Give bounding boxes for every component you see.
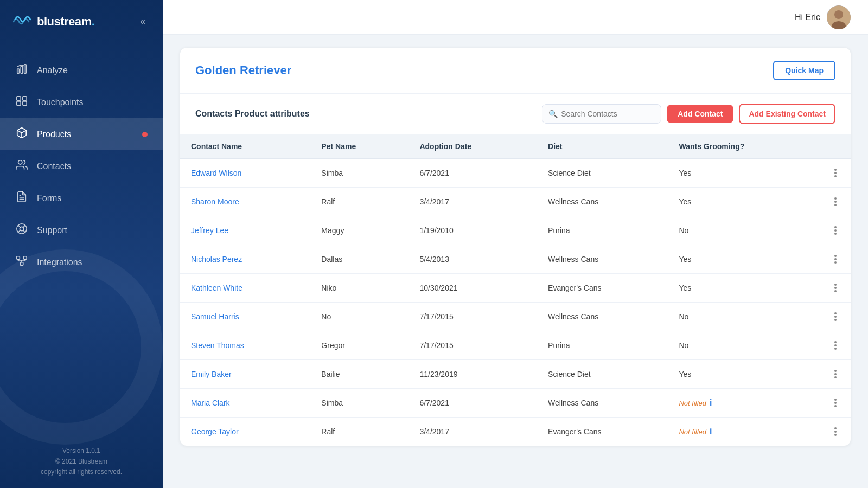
copyright-text2: copyright all rights reserved. [13, 467, 150, 477]
more-menu-button[interactable] [831, 340, 840, 351]
actions-cell [820, 159, 851, 188]
sidebar-item-label-analyze: Analyze [37, 66, 68, 75]
table-row: Emily BakerBailie11/23/2019Science DietY… [180, 360, 851, 389]
contact-name-link[interactable]: Nicholas Perez [191, 255, 242, 264]
sidebar-item-label-support: Support [37, 226, 67, 235]
grooming-cell: Yes [668, 245, 820, 274]
adoption-date-cell: 3/4/2017 [409, 188, 537, 216]
not-filled-label: Not filled [679, 428, 706, 436]
col-diet: Diet [537, 134, 668, 159]
table-row: Edward WilsonSimba6/7/2021Science DietYe… [180, 159, 851, 188]
pet-name-cell: Bailie [310, 360, 409, 389]
add-existing-contact-button[interactable]: Add Existing Contact [739, 104, 835, 124]
pet-name-cell: Ralf [310, 188, 409, 216]
diet-cell: Evanger's Cans [537, 274, 668, 303]
actions-cell [820, 331, 851, 360]
col-contact-name: Contact Name [180, 134, 310, 159]
user-info: Hi Eric [795, 5, 851, 29]
logo-icon [13, 12, 33, 31]
actions-cell [820, 389, 851, 418]
adoption-date-cell: 1/19/2010 [409, 216, 537, 245]
actions-cell [820, 274, 851, 303]
col-actions [820, 134, 851, 159]
actions-cell [820, 188, 851, 216]
contact-name-link[interactable]: Sharon Moore [191, 197, 239, 206]
table-row: George TaylorRalf3/4/2017Evanger's CansN… [180, 418, 851, 446]
table-body: Edward WilsonSimba6/7/2021Science DietYe… [180, 159, 851, 446]
svg-rect-3 [17, 97, 21, 100]
touchpoints-icon [15, 95, 28, 110]
contact-name-link[interactable]: Emily Baker [191, 370, 232, 378]
sidebar-item-forms[interactable]: Forms [0, 182, 163, 214]
add-contact-button[interactable]: Add Contact [667, 105, 733, 123]
more-menu-button[interactable] [831, 225, 840, 236]
top-header: Hi Eric [163, 0, 868, 35]
more-menu-button[interactable] [831, 369, 840, 380]
more-menu-button[interactable] [831, 196, 840, 207]
adoption-date-cell: 6/7/2021 [409, 389, 537, 418]
more-menu-button[interactable] [831, 311, 840, 322]
support-icon [15, 223, 28, 237]
sidebar-item-products[interactable]: Products [0, 118, 163, 150]
adoption-date-cell: 10/30/2021 [409, 274, 537, 303]
diet-cell: Wellness Cans [537, 303, 668, 331]
sidebar-item-label-products: Products [37, 130, 71, 139]
sidebar-item-contacts[interactable]: Contacts [0, 150, 163, 182]
sidebar-item-support[interactable]: Support [0, 214, 163, 246]
col-grooming: Wants Grooming? [668, 134, 820, 159]
contact-name-link[interactable]: Jeffrey Lee [191, 226, 228, 235]
contacts-table: Contact Name Pet Name Adoption Date Diet… [180, 134, 851, 446]
toolbar: Contacts Product attributes 🔍 Add Contac… [180, 94, 851, 134]
page-title: Golden Retriever [195, 63, 291, 78]
not-filled-label: Not filled [679, 399, 706, 407]
grooming-cell: Not filledi [668, 389, 820, 418]
integrations-icon [15, 255, 28, 269]
grooming-cell: Yes [668, 274, 820, 303]
actions-cell [820, 245, 851, 274]
contact-name-link[interactable]: Steven Thomas [191, 341, 244, 350]
sidebar-item-integrations[interactable]: Integrations [0, 246, 163, 278]
sidebar-logo: blustream. « [0, 0, 163, 43]
pet-name-cell: Niko [310, 274, 409, 303]
info-icon[interactable]: i [710, 398, 712, 407]
more-menu-button[interactable] [831, 168, 840, 178]
logo-name: blustream. [37, 15, 94, 29]
svg-line-16 [18, 230, 21, 233]
grooming-cell: No [668, 216, 820, 245]
contact-name-link[interactable]: Edward Wilson [191, 169, 241, 177]
search-input[interactable] [542, 104, 661, 124]
avatar [827, 5, 851, 29]
products-badge [142, 132, 148, 137]
main-card: Golden Retriever Quick Map Contacts Prod… [180, 48, 851, 446]
sidebar-collapse-button[interactable]: « [136, 14, 150, 29]
analyze-icon [15, 63, 28, 78]
contact-name-link[interactable]: Maria Clark [191, 399, 230, 407]
contact-name-link[interactable]: George Taylor [191, 427, 239, 436]
sidebar-item-analyze[interactable]: Analyze [0, 54, 163, 86]
table-row: Samuel HarrisNo7/17/2015Wellness CansNo [180, 303, 851, 331]
more-menu-button[interactable] [831, 282, 840, 293]
diet-cell: Wellness Cans [537, 389, 668, 418]
more-menu-button[interactable] [831, 426, 840, 437]
svg-point-26 [834, 10, 843, 19]
sidebar-item-label-contacts: Contacts [37, 162, 71, 171]
grooming-cell: No [668, 331, 820, 360]
diet-cell: Wellness Cans [537, 245, 668, 274]
svg-point-8 [18, 160, 22, 164]
more-menu-button[interactable] [831, 254, 840, 265]
col-adoption-date: Adoption Date [409, 134, 537, 159]
actions-cell [820, 360, 851, 389]
section-title: Contacts Product attributes [195, 109, 310, 119]
info-icon[interactable]: i [710, 427, 712, 436]
svg-rect-0 [17, 69, 20, 73]
contact-name-link[interactable]: Kathleen White [191, 284, 242, 292]
sidebar: blustream. « Analyze Touchpoints Product… [0, 0, 163, 488]
nav-items: Analyze Touchpoints Products Contacts [0, 43, 163, 435]
svg-rect-18 [24, 256, 27, 260]
svg-line-14 [23, 230, 25, 233]
sidebar-item-touchpoints[interactable]: Touchpoints [0, 86, 163, 118]
contact-name-link[interactable]: Samuel Harris [191, 312, 239, 321]
quick-map-button[interactable]: Quick Map [773, 61, 835, 80]
more-menu-button[interactable] [831, 397, 840, 408]
pet-name-cell: Simba [310, 159, 409, 188]
